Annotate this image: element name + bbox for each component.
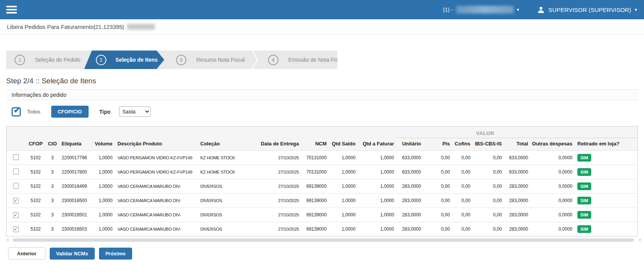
caret-down-icon: ▾ (635, 7, 637, 12)
cell-etiqueta: 2300016501 (59, 208, 90, 222)
cell-ibs-cbs-is: 0,00 (472, 194, 504, 208)
cell-cfop: 5102 (25, 179, 46, 194)
cell-unitario: 283,0000 (396, 222, 423, 236)
cell-qtd-a-faturar: 1,0000 (357, 165, 396, 179)
table-row: 5102 3 2300016500 1,0000 VASO CERAMICA M… (7, 194, 637, 208)
row-checkbox[interactable] (13, 198, 19, 204)
cell-cio: 3 (46, 194, 59, 208)
company-selector-prefix: (1) - (443, 7, 453, 13)
col-retirado-em-loja: Retirado em loja? (574, 138, 637, 151)
todos-checkbox[interactable] (12, 107, 21, 116)
cell-cio: 3 (46, 208, 59, 222)
user-icon (537, 6, 545, 14)
col-outras-despesas: Outras despesas (530, 138, 574, 151)
cell-colecao: DIVERSOS (197, 194, 253, 208)
cell-descricao-produto: VASO PERGAMON VIDRO KZ-FVP149 (114, 151, 197, 165)
breadcrumb: Libera Pedidos Para Faturamento|21.12339… (0, 19, 644, 35)
cell-ibs-cbs-is: 0,00 (472, 151, 504, 165)
step-selecao-de-pedido[interactable]: 1 Seleção de Pedido (6, 51, 87, 69)
row-checkbox[interactable] (13, 212, 19, 218)
page-title: Step 2/4 :: Seleção de Itens (6, 77, 638, 85)
cell-qtd-saldo: 1,0000 (329, 208, 357, 222)
cell-total: 633,0000 (504, 165, 530, 179)
user-menu[interactable]: SUPERVISOR (SUPERVISOR) ▾ (537, 6, 637, 14)
breadcrumb-redacted (127, 24, 155, 30)
cell-ibs-cbs-is: 0,00 (472, 165, 504, 179)
step-label: Seleção de Itens (116, 57, 158, 63)
cell-total: 283,0000 (504, 222, 530, 236)
cell-etiqueta: 2300016499 (59, 179, 90, 194)
cell-cofins: 0,00 (452, 194, 472, 208)
step-resumo-nota-fiscal[interactable]: 3 Resumo Nota Fiscal (164, 51, 252, 69)
retirado-badge: SIM (577, 225, 591, 233)
table-row: 5102 3 2200017800 1,0000 VASO PERGAMON V… (7, 165, 637, 179)
cell-ibs-cbs-is: 0,00 (472, 208, 504, 222)
row-checkbox[interactable] (13, 183, 19, 189)
tipo-select[interactable]: Saída (119, 106, 151, 117)
col-cio: CIO (46, 138, 59, 151)
scrollbar-thumb[interactable] (13, 238, 634, 242)
anterior-button[interactable]: Anterior (8, 247, 45, 260)
col-cofins: Cofins (452, 138, 472, 151)
cell-outras-despesas: 0,0000 (530, 179, 574, 194)
row-checkbox[interactable] (13, 226, 19, 232)
step-number: 1 (15, 55, 25, 65)
cell-descricao-produto: VASO CERAMICA MARUBO DIV- (114, 208, 197, 222)
step-label: Emissão de Nota Fiscal (288, 57, 337, 63)
proximo-button[interactable]: Próximo (99, 248, 132, 260)
col-unitario: Unitário (396, 138, 423, 151)
step-number: 2 (96, 55, 106, 65)
table-header-row: CFOP CIO Etiqueta Volume Descrição Produ… (7, 138, 637, 151)
horizontal-scrollbar[interactable]: ‹ › (6, 238, 641, 243)
step-emissao-de-nota-fiscal[interactable]: 4 Emissão de Nota Fiscal (258, 51, 337, 69)
table-row: 5102 3 2300016499 1,0000 VASO CERAMICA M… (7, 179, 637, 194)
retirado-badge: SIM (577, 154, 591, 162)
breadcrumb-text: Libera Pedidos Para Faturamento|21.12339… (7, 24, 124, 30)
cell-total: 633,0000 (504, 151, 530, 165)
cell-volume: 1,0000 (90, 222, 114, 236)
cell-colecao: DIVERSOS (197, 222, 253, 236)
wizard-steps: 1 Seleção de Pedido 2 Seleção de Itens 3… (6, 51, 337, 69)
cell-ncm: 69139000 (301, 208, 329, 222)
cell-qtd-a-faturar: 1,0000 (357, 179, 396, 194)
row-checkbox[interactable] (13, 154, 19, 160)
cell-outras-despesas: 0,0000 (530, 165, 574, 179)
cell-total: 283,0000 (504, 194, 530, 208)
scroll-left-icon[interactable]: ‹ (7, 237, 9, 242)
validar-ncms-button[interactable]: Validar NCMs (50, 248, 95, 260)
table-row: 5102 3 2200017796 1,0000 VASO PERGAMON V… (7, 151, 637, 165)
cell-data-de-entrega: 27/10/2025 (253, 165, 301, 179)
scroll-right-icon[interactable]: › (639, 237, 641, 242)
cell-qtd-a-faturar: 1,0000 (357, 151, 396, 165)
company-selector[interactable]: (1) - ▾ (443, 6, 519, 13)
cell-ncm: 69139000 (301, 179, 329, 194)
cell-outras-despesas: 0,0000 (530, 222, 574, 236)
cell-data-de-entrega: 27/10/2025 (253, 222, 301, 236)
cell-ibs-cbs-is: 0,00 (472, 179, 504, 194)
row-checkbox[interactable] (13, 169, 19, 174)
cfop-cio-button[interactable]: CFOP/CIO (51, 106, 89, 118)
cell-volume: 1,0000 (90, 179, 114, 194)
cell-data-de-entrega: 27/10/2025 (253, 151, 301, 165)
step-selecao-de-itens[interactable]: 2 Seleção de Itens (84, 51, 164, 69)
cell-cio: 3 (46, 151, 59, 165)
cell-cfop: 5102 (25, 151, 46, 165)
cell-qtd-a-faturar: 1,0000 (357, 194, 396, 208)
col-qtd-a-faturar: Qtd a Faturar (357, 138, 396, 151)
cell-unitario: 283,0000 (396, 194, 423, 208)
cell-colecao: KZ HOME STOCK (197, 151, 253, 165)
menu-hamburger-icon[interactable] (4, 3, 19, 17)
table-body: 5102 3 2200017796 1,0000 VASO PERGAMON V… (7, 151, 637, 236)
cell-volume: 1,0000 (90, 165, 114, 179)
cell-qtd-a-faturar: 1,0000 (357, 208, 396, 222)
step-label: Seleção de Pedido (35, 57, 80, 63)
cell-colecao: DIVERSOS (197, 179, 253, 194)
company-name-redacted (456, 6, 514, 13)
col-total: Total (504, 138, 530, 151)
retirado-badge: SIM (577, 182, 591, 190)
cell-cofins: 0,00 (452, 151, 472, 165)
cell-qtd-a-faturar: 1,0000 (357, 222, 396, 236)
cell-cio: 3 (46, 165, 59, 179)
cell-unitario: 633,0000 (396, 165, 423, 179)
cell-descricao-produto: VASO CERAMICA MARUBO DIV- (114, 222, 197, 236)
